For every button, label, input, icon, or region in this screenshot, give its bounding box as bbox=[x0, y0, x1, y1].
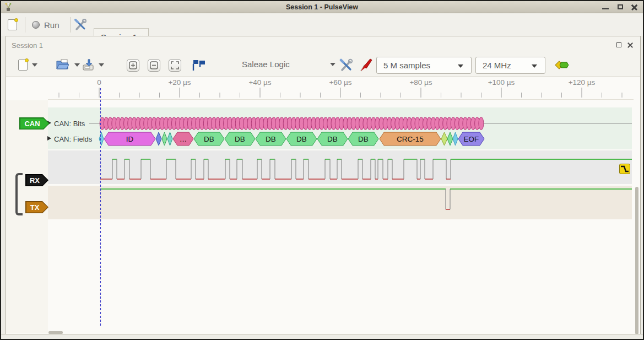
panel-close-icon[interactable] bbox=[627, 42, 634, 48]
decoder-tag-label: CAN bbox=[24, 120, 40, 128]
settings-icon[interactable] bbox=[74, 19, 87, 34]
main-toolbar: Run Session 1 × bbox=[1, 14, 643, 36]
new-session-icon[interactable] bbox=[8, 19, 17, 30]
trigger-marker-icon[interactable] bbox=[619, 164, 630, 174]
toolbar-separator bbox=[71, 17, 71, 33]
minimize-button[interactable] bbox=[602, 4, 609, 10]
new-view-icon[interactable] bbox=[18, 60, 28, 71]
session-toolbar: Saleae Logic 5 M samples bbox=[6, 54, 640, 77]
sample-rate-select[interactable]: 24 MHz bbox=[475, 57, 545, 74]
window-bottom-edge bbox=[1, 334, 643, 340]
undock-icon[interactable] bbox=[616, 42, 621, 47]
new-view-dropdown-icon[interactable] bbox=[32, 63, 37, 67]
pulseview-window: Session 1 - PulseView Run Session 1 bbox=[0, 0, 644, 340]
add-decoder-icon[interactable] bbox=[555, 60, 570, 72]
close-button[interactable] bbox=[631, 4, 638, 10]
title-bar[interactable]: Session 1 - PulseView bbox=[1, 1, 643, 13]
label-gutter bbox=[6, 100, 48, 333]
device-name: Saleae Logic bbox=[242, 60, 290, 69]
sample-rate-dropdown-icon bbox=[532, 64, 537, 68]
sample-rate-value: 24 MHz bbox=[483, 61, 511, 70]
channel-group-bracket bbox=[15, 173, 23, 215]
save-dropdown-icon[interactable] bbox=[99, 63, 104, 67]
sample-count-value: 5 M samples bbox=[383, 61, 430, 70]
run-button[interactable]: Run bbox=[32, 18, 69, 31]
window-title: Session 1 - PulseView bbox=[1, 1, 643, 13]
tx-tag-label: TX bbox=[30, 203, 40, 212]
fields-row-label: CAN: Fields bbox=[54, 135, 92, 143]
open-dropdown-icon[interactable] bbox=[74, 63, 80, 67]
rx-tag-label: RX bbox=[30, 176, 40, 185]
ruler-separator bbox=[48, 99, 634, 100]
zoom-fit-button[interactable] bbox=[169, 59, 181, 72]
configure-device-icon[interactable] bbox=[339, 58, 353, 74]
run-state-icon bbox=[32, 21, 40, 29]
channels-probe-icon[interactable] bbox=[359, 58, 373, 75]
zoom-in-button[interactable] bbox=[127, 59, 139, 72]
sample-count-dropdown-icon bbox=[458, 64, 463, 68]
decoder-tag-can[interactable]: CAN bbox=[19, 117, 50, 129]
panel-title: Session 1 bbox=[12, 41, 43, 50]
sample-count-select[interactable]: 5 M samples bbox=[376, 57, 472, 74]
trigger-flags-icon[interactable] bbox=[191, 58, 207, 74]
tx-row-background bbox=[48, 186, 632, 219]
save-file-icon[interactable] bbox=[82, 58, 95, 74]
bits-row-label: CAN: Bits bbox=[54, 120, 85, 128]
maximize-button[interactable] bbox=[617, 4, 624, 10]
expand-fields-row-icon[interactable] bbox=[47, 136, 51, 141]
toolbar-separator bbox=[25, 17, 25, 33]
session-panel: Session 1 bbox=[6, 36, 641, 334]
run-label: Run bbox=[44, 20, 59, 30]
device-dropdown-icon bbox=[330, 63, 335, 66]
zoom-out-button[interactable] bbox=[148, 59, 160, 72]
vertical-scrollbar[interactable] bbox=[635, 187, 638, 334]
device-selector[interactable]: Saleae Logic bbox=[242, 60, 335, 69]
rx-row-background bbox=[48, 150, 632, 184]
decoder-row-background bbox=[48, 107, 632, 149]
open-file-icon[interactable] bbox=[56, 58, 69, 73]
